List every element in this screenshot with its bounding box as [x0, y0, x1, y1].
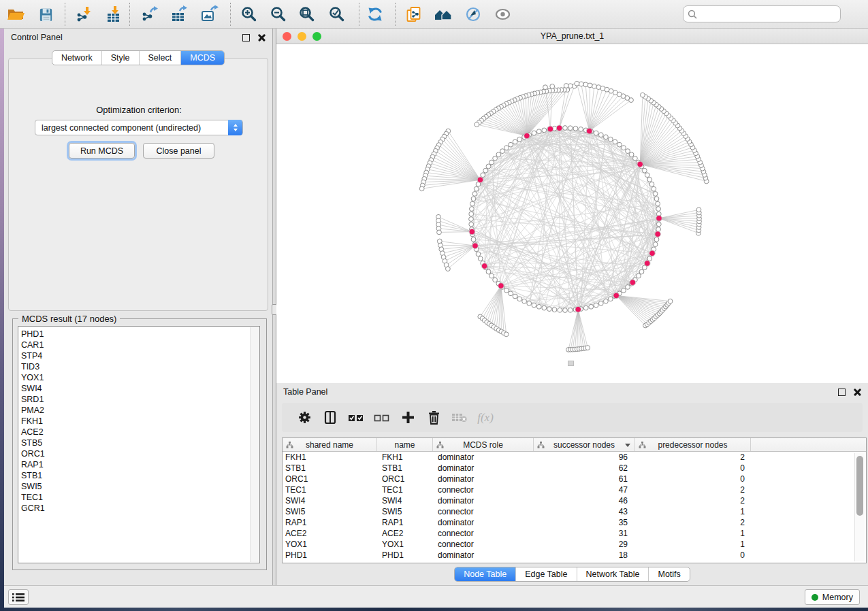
main-toolbar [0, 0, 868, 29]
mcds-result-item[interactable]: PMA2 [18, 405, 259, 416]
table-row[interactable]: SWI5SWI5connector431 [283, 506, 866, 517]
cell-successor-nodes: 62 [533, 463, 634, 473]
mcds-result-item[interactable]: YOX1 [18, 372, 259, 383]
mcds-result-item[interactable]: STB5 [18, 437, 259, 448]
tab-network-table[interactable]: Network Table [577, 567, 649, 581]
column-header-successor-nodes[interactable]: successor nodes [533, 438, 634, 451]
tab-edge-table[interactable]: Edge Table [515, 567, 576, 581]
cell-predecessor-nodes: 0 [634, 550, 750, 560]
mcds-result-item[interactable]: SWI4 [18, 383, 259, 394]
column-header-predecessor-nodes[interactable]: predecessor nodes [634, 438, 750, 451]
cell-name: SWI4 [376, 496, 432, 506]
float-table-panel-icon[interactable] [838, 389, 846, 396]
application-window: Control Panel NetworkStyleSelectMCDS Opt… [0, 0, 868, 611]
table-panel-title: Table Panel [283, 387, 327, 397]
table-row[interactable]: STB1STB1dominator620 [283, 463, 866, 474]
mcds-result-item[interactable]: FKH1 [18, 416, 259, 427]
table-row[interactable]: SWI4SWI4dominator462 [283, 495, 866, 506]
close-panel-icon[interactable] [258, 34, 266, 42]
hide-annotations-icon[interactable] [462, 3, 485, 26]
select-all-icon[interactable] [343, 409, 369, 427]
tab-style[interactable]: Style [101, 51, 139, 65]
add-column-icon[interactable] [395, 409, 421, 427]
zoom-selected-icon[interactable] [325, 3, 349, 26]
tab-node-table[interactable]: Node Table [455, 567, 515, 581]
delete-column-icon[interactable] [421, 409, 447, 427]
zoom-out-icon[interactable] [267, 3, 290, 26]
export-network-icon[interactable] [138, 3, 161, 26]
tab-motifs[interactable]: Motifs [648, 567, 689, 581]
cell-mcds-role: connector [432, 485, 533, 495]
column-header-mcds-role[interactable]: MCDS role [432, 438, 533, 451]
memory-label: Memory [822, 593, 853, 602]
cell-mcds-role: connector [432, 540, 533, 549]
table-row[interactable]: TEC1TEC1connector472 [283, 484, 866, 495]
settings-gear-icon[interactable] [291, 409, 317, 427]
mcds-result-item[interactable]: TID3 [18, 361, 259, 372]
mcds-result-item[interactable]: RAP1 [18, 459, 259, 470]
cell-mcds-role: dominator [432, 452, 533, 462]
table-row[interactable]: ORC1ORC1dominator610 [283, 474, 866, 484]
column-header-name[interactable]: name [376, 438, 432, 451]
tab-network[interactable]: Network [52, 51, 101, 65]
delete-table-icon [447, 409, 472, 427]
canvas-resize-grip[interactable] [568, 361, 574, 366]
unselect-all-icon[interactable] [369, 409, 395, 427]
table-row[interactable]: PHD1PHD1dominator180 [283, 550, 866, 561]
network-view-window: YPA_prune.txt_1 [276, 29, 868, 383]
export-image-icon[interactable] [197, 3, 221, 26]
mcds-result-item[interactable]: GCR1 [18, 503, 259, 514]
table-row[interactable]: ACE2ACE2connector311 [283, 528, 866, 539]
mcds-result-item[interactable]: TEC1 [18, 492, 259, 503]
mcds-result-item[interactable]: CAR1 [18, 340, 259, 350]
open-file-icon[interactable] [4, 3, 27, 26]
memory-button[interactable]: Memory [805, 589, 860, 605]
criterion-dropdown[interactable]: largest connected component (undirected) [35, 120, 243, 135]
cell-shared-name: SWI4 [283, 496, 376, 506]
zoom-fit-icon[interactable] [295, 3, 319, 26]
cell-shared-name: ACE2 [283, 529, 376, 538]
control-panel: Control Panel NetworkStyleSelectMCDS Opt… [4, 29, 272, 585]
show-panels-button[interactable] [8, 589, 29, 605]
cell-successor-nodes: 31 [533, 529, 634, 538]
mcds-result-list[interactable]: PHD1CAR1STP4TID3YOX1SWI4SRD1PMA2FKH1ACE2… [18, 326, 260, 563]
save-icon[interactable] [34, 3, 57, 26]
search-field[interactable] [683, 5, 841, 22]
sort-icon [639, 442, 646, 448]
column-header-shared-name[interactable]: shared name [283, 438, 376, 451]
table-row[interactable]: FKH1FKH1dominator962 [283, 452, 866, 463]
mcds-result-item[interactable]: STB1 [18, 470, 259, 481]
import-network-icon[interactable] [72, 3, 95, 26]
close-panel-button[interactable]: Close panel [143, 143, 214, 159]
network-canvas[interactable] [276, 44, 868, 383]
column-visibility-icon[interactable] [317, 409, 343, 427]
mcds-result-item[interactable]: ORC1 [18, 448, 259, 459]
cell-successor-nodes: 96 [533, 452, 634, 462]
refresh-icon[interactable] [364, 3, 387, 26]
search-input[interactable] [700, 7, 840, 21]
cell-name: TEC1 [376, 485, 432, 495]
zoom-in-icon[interactable] [238, 3, 261, 26]
tab-select[interactable]: Select [139, 51, 181, 65]
mcds-result-item[interactable]: SWI5 [18, 481, 259, 492]
close-table-panel-icon[interactable] [854, 389, 861, 396]
float-panel-icon[interactable] [242, 34, 250, 42]
cell-shared-name: ORC1 [283, 474, 376, 484]
mcds-result-item[interactable]: PHD1 [18, 329, 259, 340]
show-eye-icon[interactable] [491, 3, 514, 26]
clone-network-icon[interactable] [402, 3, 425, 26]
mcds-result-item[interactable]: ACE2 [18, 427, 259, 437]
mcds-result-item[interactable]: SRD1 [18, 394, 259, 405]
mcds-result-item[interactable]: STP4 [18, 350, 259, 361]
import-table-icon[interactable] [102, 3, 125, 26]
table-scrollbar[interactable] [854, 453, 865, 561]
table-row[interactable]: RAP1RAP1dominator352 [283, 517, 866, 528]
export-table-icon[interactable] [167, 3, 191, 26]
run-mcds-button[interactable]: Run MCDS [69, 143, 135, 159]
cell-predecessor-nodes: 2 [634, 452, 750, 462]
tab-mcds[interactable]: MCDS [180, 51, 224, 65]
table-row[interactable]: YOX1YOX1connector291 [283, 539, 866, 550]
scrollbar-thumb[interactable] [856, 456, 863, 516]
mcds-list-scrollbar[interactable] [250, 327, 259, 562]
home-networks-icon[interactable] [432, 3, 455, 26]
